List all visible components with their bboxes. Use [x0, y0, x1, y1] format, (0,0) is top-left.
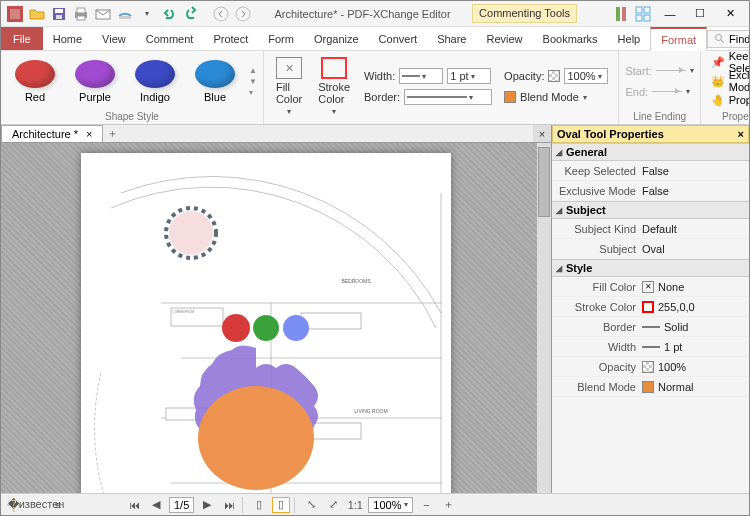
- svg-rect-5: [77, 8, 85, 13]
- svg-point-17: [716, 34, 722, 40]
- page-number-field[interactable]: 1/5: [169, 497, 194, 513]
- print-icon[interactable]: [71, 4, 91, 24]
- tab-add-button[interactable]: ＋: [103, 125, 121, 142]
- layout-single-icon[interactable]: ▯: [250, 497, 268, 513]
- shape-style-purple[interactable]: Purple: [67, 56, 123, 107]
- svg-rect-3: [56, 15, 62, 19]
- tab-share[interactable]: Share: [427, 27, 476, 50]
- cat-style[interactable]: ◢Style: [552, 259, 749, 277]
- tab-home[interactable]: Home: [43, 27, 92, 50]
- tab-view[interactable]: View: [92, 27, 136, 50]
- ui-options-icon[interactable]: [611, 4, 631, 24]
- prop-border-label: Border: [552, 321, 642, 333]
- vertical-scrollbar[interactable]: [537, 143, 551, 493]
- svg-point-40: [283, 315, 309, 341]
- layout-continuous-icon[interactable]: ▯: [272, 497, 290, 513]
- exclusive-mode-button[interactable]: 👑Exclusive Mode: [707, 72, 750, 90]
- panels-toggle-icon-2[interactable]: ≡: [49, 497, 67, 513]
- shape-style-indigo[interactable]: Indigo: [127, 56, 183, 107]
- prop-blend-value[interactable]: Normal: [642, 381, 749, 393]
- svg-point-9: [214, 7, 228, 21]
- launch-icon[interactable]: [633, 4, 653, 24]
- prop-subject-value[interactable]: Oval: [642, 243, 749, 255]
- tab-help[interactable]: Help: [608, 27, 651, 50]
- shape-style-group-label: Shape Style: [7, 109, 257, 122]
- minimize-button[interactable]: —: [655, 4, 685, 24]
- document-canvas[interactable]: BEDROOMS LIVING ROOM BASEMENT LOREM IPSU…: [1, 143, 551, 493]
- fit-page-icon[interactable]: ⤢: [324, 497, 342, 513]
- svg-text:BEDROOMS: BEDROOMS: [341, 278, 371, 284]
- prop-border-value[interactable]: Solid: [642, 321, 749, 333]
- prop-subject-kind-value[interactable]: Default: [642, 223, 749, 235]
- line-width-combo[interactable]: ▾: [399, 68, 443, 84]
- shape-style-red[interactable]: Red: [7, 56, 63, 107]
- prop-exclusive-value[interactable]: False: [642, 185, 749, 197]
- tab-organize[interactable]: Organize: [304, 27, 369, 50]
- line-ending-group-label: Line Ending: [625, 109, 693, 122]
- svg-rect-35: [301, 313, 361, 329]
- fit-width-icon[interactable]: ⤡: [302, 497, 320, 513]
- svg-point-10: [236, 7, 250, 21]
- zoom-in-icon[interactable]: ＋: [439, 497, 457, 513]
- tab-form[interactable]: Form: [258, 27, 304, 50]
- tab-bookmarks[interactable]: Bookmarks: [533, 27, 608, 50]
- shape-style-up[interactable]: ▲: [249, 66, 257, 75]
- mail-icon[interactable]: [93, 4, 113, 24]
- zoom-out-icon[interactable]: −: [417, 497, 435, 513]
- panels-toggle-icon[interactable]: �известен: [27, 497, 45, 513]
- qa-dropdown[interactable]: ▾: [137, 4, 157, 24]
- prop-width-value[interactable]: 1 pt: [642, 341, 749, 353]
- tab-protect[interactable]: Protect: [203, 27, 258, 50]
- tab-format[interactable]: Format: [650, 27, 707, 51]
- next-page-icon[interactable]: ▶: [198, 497, 216, 513]
- tab-convert[interactable]: Convert: [369, 27, 428, 50]
- blend-mode-button[interactable]: Blend Mode▾: [504, 88, 608, 106]
- stroke-color-button[interactable]: Stroke Color▾: [312, 53, 356, 120]
- shape-style-more[interactable]: ▾: [249, 88, 257, 97]
- nav-fwd-icon[interactable]: [233, 4, 253, 24]
- tab-close-icon[interactable]: ×: [86, 128, 92, 140]
- properties-close-icon[interactable]: ×: [738, 128, 744, 140]
- cat-general[interactable]: ◢General: [552, 143, 749, 161]
- prop-stroke-label: Stroke Color: [552, 301, 642, 313]
- tab-comment[interactable]: Comment: [136, 27, 204, 50]
- redo-icon[interactable]: [181, 4, 201, 24]
- maximize-button[interactable]: ☐: [685, 4, 715, 24]
- prop-stroke-value[interactable]: 255,0,0: [642, 301, 749, 313]
- width-value-combo[interactable]: 1 pt▾: [447, 68, 491, 84]
- fill-color-button[interactable]: ✕Fill Color▾: [270, 53, 308, 120]
- save-icon[interactable]: [49, 4, 69, 24]
- last-page-icon[interactable]: ⏭: [220, 497, 238, 513]
- border-combo[interactable]: ▾: [404, 89, 492, 105]
- tabs-close-button[interactable]: ×: [533, 125, 551, 142]
- prop-opacity-value[interactable]: 100%: [642, 361, 749, 373]
- properties-button[interactable]: 🤚Properties: [707, 91, 750, 109]
- document-tab[interactable]: Architecture *×: [1, 125, 103, 142]
- file-tab[interactable]: File: [1, 27, 43, 50]
- cat-subject[interactable]: ◢Subject: [552, 201, 749, 219]
- properties-pane-header[interactable]: Oval Tool Properties×: [552, 125, 749, 143]
- width-label: Width:: [364, 70, 395, 82]
- tab-review[interactable]: Review: [476, 27, 532, 50]
- shape-style-blue[interactable]: Blue: [187, 56, 243, 107]
- close-button[interactable]: ✕: [715, 4, 745, 24]
- svg-rect-15: [636, 15, 642, 21]
- prop-fill-value[interactable]: ✕None: [642, 281, 749, 293]
- opacity-combo[interactable]: 100%▾: [564, 68, 608, 84]
- svg-rect-8: [119, 16, 131, 19]
- prop-subject-label: Subject: [552, 243, 642, 255]
- find-button[interactable]: Find...: [707, 30, 750, 48]
- actual-size-icon[interactable]: 1:1: [346, 497, 364, 513]
- prev-page-icon[interactable]: ◀: [147, 497, 165, 513]
- scroll-thumb[interactable]: [538, 147, 550, 217]
- prop-keep-selected-value[interactable]: False: [642, 165, 749, 177]
- first-page-icon[interactable]: ⏮: [125, 497, 143, 513]
- statusbar: �известен ≡ ⏮ ◀ 1/5 ▶ ⏭ ▯ ▯ ⤡ ⤢ 1:1 100%…: [1, 493, 749, 515]
- nav-back-icon[interactable]: [211, 4, 231, 24]
- scan-icon[interactable]: [115, 4, 135, 24]
- open-icon[interactable]: [27, 4, 47, 24]
- svg-rect-11: [616, 7, 620, 21]
- undo-icon[interactable]: [159, 4, 179, 24]
- shape-style-down[interactable]: ▼: [249, 77, 257, 86]
- zoom-combo[interactable]: 100%▾: [368, 497, 413, 513]
